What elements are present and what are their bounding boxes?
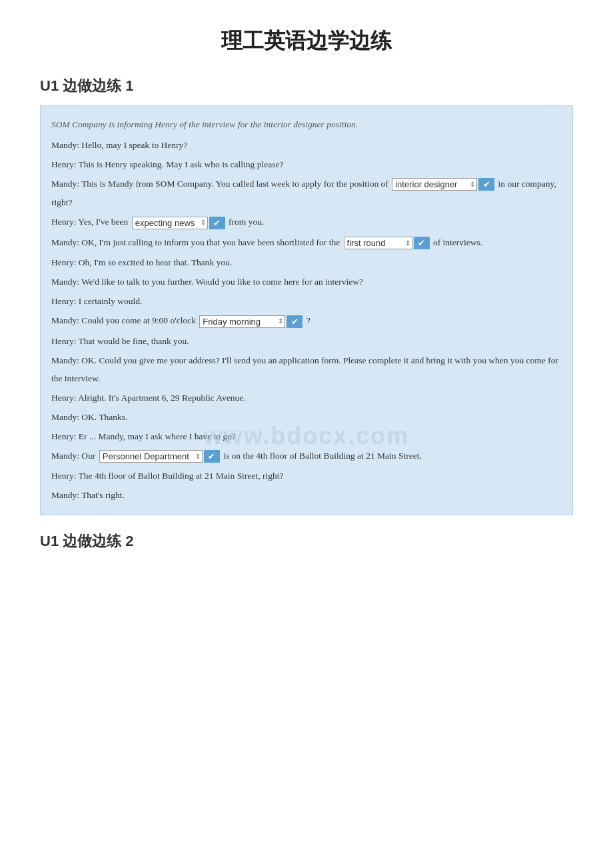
select-wrap-2[interactable]: expecting news waiting eagerly hoping ✔: [132, 214, 225, 232]
dialog-line-8: Henry: I certainly would.: [51, 292, 562, 310]
select-wrap-4[interactable]: Friday morning Monday afternoon Thursday…: [199, 313, 303, 331]
dialog-box: SOM Company is informing Henry of the in…: [40, 105, 573, 515]
page-title: 理工英语边学边练: [40, 27, 573, 56]
select-round[interactable]: first round second round final round: [344, 237, 412, 249]
dialog-line-17: Mandy: That's right.: [51, 486, 562, 504]
watermark-container: Henry: Er ... Mandy, may I ask where I h…: [51, 427, 562, 445]
dialog-line-4: Henry: Yes, I've been expecting news wai…: [51, 213, 562, 231]
dialog-line-15: Mandy: Our Personnel Department HR Depar…: [51, 447, 562, 465]
select-wrap-3[interactable]: first round second round final round ✔: [344, 234, 430, 252]
dialog-line-12: Henry: Alright. It's Apartment 6, 29 Rep…: [51, 389, 562, 407]
section1-title: U1 边做边练 1: [40, 76, 573, 96]
dialog-line-16: Henry: The 4th floor of Ballot Building …: [51, 467, 562, 485]
dialog-line-13: Mandy: OK. Thanks.: [51, 408, 562, 426]
select-wrap-5[interactable]: Personnel Department HR Department Main …: [99, 447, 220, 465]
dialog-line-11: Mandy: OK. Could you give me your addres…: [51, 351, 562, 387]
check-button-4[interactable]: ✔: [287, 315, 303, 328]
select-time[interactable]: Friday morning Monday afternoon Thursday…: [199, 315, 285, 328]
check-button-5[interactable]: ✔: [204, 450, 220, 463]
select-news[interactable]: expecting news waiting eagerly hoping: [132, 217, 208, 229]
dialog-line-7: Mandy: We'd like to talk to you further.…: [51, 273, 562, 291]
select-wrap-1[interactable]: interior designer software engineer proj…: [392, 175, 494, 193]
dialog-line-14: Henry: Er ... Mandy, may I ask where I h…: [51, 427, 562, 445]
select-department[interactable]: Personnel Department HR Department Main …: [99, 450, 203, 463]
dialog-line-1: Mandy: Hello, may I speak to Henry?: [51, 136, 562, 154]
select-position[interactable]: interior designer software engineer proj…: [392, 178, 477, 191]
dialog-line-6: Henry: Oh, I'm so excited to hear that. …: [51, 253, 562, 271]
dialog-line-10: Henry: That would be fine, thank you.: [51, 332, 562, 350]
dialog-description: SOM Company is informing Henry of the in…: [51, 115, 562, 133]
check-button-3[interactable]: ✔: [414, 237, 430, 249]
dialog-line-2: Henry: This is Henry speaking. May I ask…: [51, 155, 562, 173]
check-button-1[interactable]: ✔: [478, 178, 494, 191]
check-button-2[interactable]: ✔: [209, 217, 225, 229]
dialog-line-9: Mandy: Could you come at 9:00 o'clock Fr…: [51, 311, 562, 330]
dialog-line-3: Mandy: This is Mandy from SOM Company. Y…: [51, 175, 562, 211]
section2-title: U1 边做边练 2: [40, 531, 573, 551]
dialog-line-5: Mandy: OK, I'm just calling to inform yo…: [51, 233, 562, 252]
